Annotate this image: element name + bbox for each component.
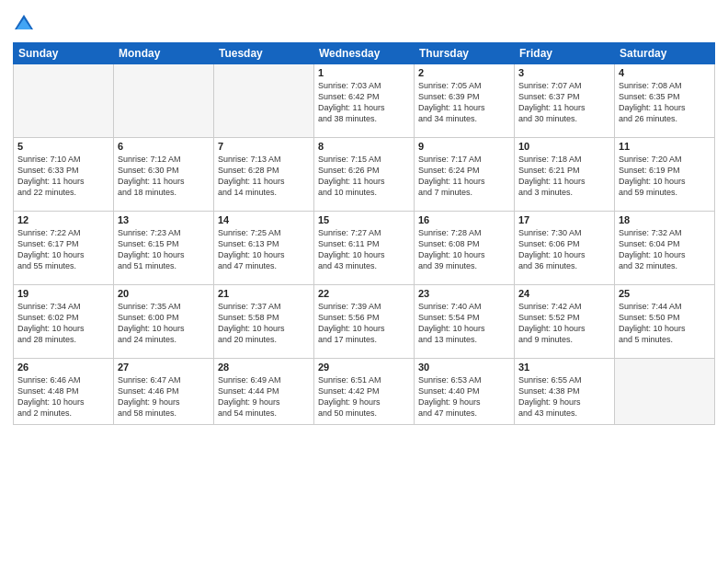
- day-info: Sunrise: 7:08 AM Sunset: 6:35 PM Dayligh…: [619, 80, 711, 125]
- calendar-week-row: 26Sunrise: 6:46 AM Sunset: 4:48 PM Dayli…: [14, 359, 715, 425]
- day-info: Sunrise: 7:07 AM Sunset: 6:37 PM Dayligh…: [518, 80, 610, 125]
- day-number: 18: [619, 214, 711, 225]
- calendar-cell: 9Sunrise: 7:17 AM Sunset: 6:24 PM Daylig…: [415, 138, 515, 212]
- day-info: Sunrise: 7:05 AM Sunset: 6:39 PM Dayligh…: [418, 80, 510, 125]
- calendar-cell: 30Sunrise: 6:53 AM Sunset: 4:40 PM Dayli…: [415, 359, 515, 425]
- day-number: 10: [518, 141, 610, 152]
- day-info: Sunrise: 7:22 AM Sunset: 6:17 PM Dayligh…: [17, 227, 109, 272]
- day-info: Sunrise: 7:18 AM Sunset: 6:21 PM Dayligh…: [518, 154, 610, 199]
- day-number: 8: [318, 141, 410, 152]
- calendar-cell: 2Sunrise: 7:05 AM Sunset: 6:39 PM Daylig…: [415, 64, 515, 138]
- page: SundayMondayTuesdayWednesdayThursdayFrid…: [0, 0, 728, 563]
- day-info: Sunrise: 7:28 AM Sunset: 6:08 PM Dayligh…: [418, 227, 510, 272]
- day-number: 1: [318, 67, 410, 78]
- weekday-header: Saturday: [615, 43, 715, 64]
- day-number: 14: [218, 214, 310, 225]
- day-number: 27: [118, 362, 210, 373]
- calendar: SundayMondayTuesdayWednesdayThursdayFrid…: [13, 42, 715, 425]
- weekday-header: Sunday: [14, 43, 114, 64]
- logo: [13, 13, 39, 35]
- day-info: Sunrise: 7:37 AM Sunset: 5:58 PM Dayligh…: [218, 301, 310, 346]
- calendar-cell: 22Sunrise: 7:39 AM Sunset: 5:56 PM Dayli…: [314, 285, 415, 359]
- day-info: Sunrise: 6:46 AM Sunset: 4:48 PM Dayligh…: [17, 374, 109, 419]
- day-number: 5: [17, 141, 109, 152]
- day-info: Sunrise: 7:30 AM Sunset: 6:06 PM Dayligh…: [518, 227, 610, 272]
- calendar-cell: 18Sunrise: 7:32 AM Sunset: 6:04 PM Dayli…: [615, 212, 715, 285]
- weekday-header: Monday: [114, 43, 214, 64]
- calendar-week-row: 5Sunrise: 7:10 AM Sunset: 6:33 PM Daylig…: [14, 138, 715, 212]
- calendar-cell: 3Sunrise: 7:07 AM Sunset: 6:37 PM Daylig…: [515, 64, 615, 138]
- calendar-cell: 8Sunrise: 7:15 AM Sunset: 6:26 PM Daylig…: [314, 138, 415, 212]
- calendar-week-row: 12Sunrise: 7:22 AM Sunset: 6:17 PM Dayli…: [14, 212, 715, 285]
- calendar-cell: 16Sunrise: 7:28 AM Sunset: 6:08 PM Dayli…: [415, 212, 515, 285]
- day-info: Sunrise: 6:51 AM Sunset: 4:42 PM Dayligh…: [318, 374, 410, 419]
- calendar-week-row: 1Sunrise: 7:03 AM Sunset: 6:42 PM Daylig…: [14, 64, 715, 138]
- day-number: 22: [318, 288, 410, 299]
- day-info: Sunrise: 6:47 AM Sunset: 4:46 PM Dayligh…: [118, 374, 210, 419]
- day-info: Sunrise: 7:34 AM Sunset: 6:02 PM Dayligh…: [17, 301, 109, 346]
- day-number: 16: [418, 214, 510, 225]
- day-number: 13: [118, 214, 210, 225]
- calendar-cell: [615, 359, 715, 425]
- day-info: Sunrise: 7:20 AM Sunset: 6:19 PM Dayligh…: [619, 154, 711, 199]
- day-info: Sunrise: 7:25 AM Sunset: 6:13 PM Dayligh…: [218, 227, 310, 272]
- logo-icon: [13, 13, 35, 35]
- day-number: 23: [418, 288, 510, 299]
- calendar-cell: 15Sunrise: 7:27 AM Sunset: 6:11 PM Dayli…: [314, 212, 415, 285]
- calendar-cell: 14Sunrise: 7:25 AM Sunset: 6:13 PM Dayli…: [214, 212, 314, 285]
- day-number: 19: [17, 288, 109, 299]
- calendar-cell: 25Sunrise: 7:44 AM Sunset: 5:50 PM Dayli…: [615, 285, 715, 359]
- day-number: 24: [518, 288, 610, 299]
- weekday-header: Tuesday: [214, 43, 314, 64]
- day-number: 3: [518, 67, 610, 78]
- day-number: 17: [518, 214, 610, 225]
- day-info: Sunrise: 7:03 AM Sunset: 6:42 PM Dayligh…: [318, 80, 410, 125]
- calendar-cell: [114, 64, 214, 138]
- calendar-cell: [214, 64, 314, 138]
- day-number: 7: [218, 141, 310, 152]
- day-info: Sunrise: 7:12 AM Sunset: 6:30 PM Dayligh…: [118, 154, 210, 199]
- calendar-cell: 1Sunrise: 7:03 AM Sunset: 6:42 PM Daylig…: [314, 64, 415, 138]
- day-number: 6: [118, 141, 210, 152]
- calendar-cell: 31Sunrise: 6:55 AM Sunset: 4:38 PM Dayli…: [515, 359, 615, 425]
- day-info: Sunrise: 7:40 AM Sunset: 5:54 PM Dayligh…: [418, 301, 510, 346]
- day-number: 20: [118, 288, 210, 299]
- calendar-cell: 29Sunrise: 6:51 AM Sunset: 4:42 PM Dayli…: [314, 359, 415, 425]
- day-info: Sunrise: 7:39 AM Sunset: 5:56 PM Dayligh…: [318, 301, 410, 346]
- calendar-cell: 23Sunrise: 7:40 AM Sunset: 5:54 PM Dayli…: [415, 285, 515, 359]
- day-info: Sunrise: 7:27 AM Sunset: 6:11 PM Dayligh…: [318, 227, 410, 272]
- day-number: 11: [619, 141, 711, 152]
- calendar-week-row: 19Sunrise: 7:34 AM Sunset: 6:02 PM Dayli…: [14, 285, 715, 359]
- calendar-cell: 26Sunrise: 6:46 AM Sunset: 4:48 PM Dayli…: [14, 359, 114, 425]
- day-number: 21: [218, 288, 310, 299]
- weekday-header: Wednesday: [314, 43, 415, 64]
- calendar-cell: 5Sunrise: 7:10 AM Sunset: 6:33 PM Daylig…: [14, 138, 114, 212]
- day-number: 30: [418, 362, 510, 373]
- weekday-header-row: SundayMondayTuesdayWednesdayThursdayFrid…: [14, 43, 715, 64]
- day-info: Sunrise: 7:10 AM Sunset: 6:33 PM Dayligh…: [17, 154, 109, 199]
- weekday-header: Thursday: [415, 43, 515, 64]
- calendar-cell: 21Sunrise: 7:37 AM Sunset: 5:58 PM Dayli…: [214, 285, 314, 359]
- calendar-cell: 24Sunrise: 7:42 AM Sunset: 5:52 PM Dayli…: [515, 285, 615, 359]
- calendar-cell: 4Sunrise: 7:08 AM Sunset: 6:35 PM Daylig…: [615, 64, 715, 138]
- day-number: 9: [418, 141, 510, 152]
- day-info: Sunrise: 7:35 AM Sunset: 6:00 PM Dayligh…: [118, 301, 210, 346]
- calendar-cell: 28Sunrise: 6:49 AM Sunset: 4:44 PM Dayli…: [214, 359, 314, 425]
- calendar-cell: 27Sunrise: 6:47 AM Sunset: 4:46 PM Dayli…: [114, 359, 214, 425]
- calendar-cell: 20Sunrise: 7:35 AM Sunset: 6:00 PM Dayli…: [114, 285, 214, 359]
- calendar-cell: 10Sunrise: 7:18 AM Sunset: 6:21 PM Dayli…: [515, 138, 615, 212]
- calendar-cell: 17Sunrise: 7:30 AM Sunset: 6:06 PM Dayli…: [515, 212, 615, 285]
- day-number: 15: [318, 214, 410, 225]
- day-number: 31: [518, 362, 610, 373]
- day-info: Sunrise: 6:55 AM Sunset: 4:38 PM Dayligh…: [518, 374, 610, 419]
- day-info: Sunrise: 7:32 AM Sunset: 6:04 PM Dayligh…: [619, 227, 711, 272]
- calendar-cell: [14, 64, 114, 138]
- calendar-cell: 13Sunrise: 7:23 AM Sunset: 6:15 PM Dayli…: [114, 212, 214, 285]
- day-number: 4: [619, 67, 711, 78]
- day-info: Sunrise: 7:17 AM Sunset: 6:24 PM Dayligh…: [418, 154, 510, 199]
- calendar-cell: 6Sunrise: 7:12 AM Sunset: 6:30 PM Daylig…: [114, 138, 214, 212]
- day-info: Sunrise: 7:23 AM Sunset: 6:15 PM Dayligh…: [118, 227, 210, 272]
- calendar-cell: 7Sunrise: 7:13 AM Sunset: 6:28 PM Daylig…: [214, 138, 314, 212]
- day-number: 2: [418, 67, 510, 78]
- calendar-cell: 19Sunrise: 7:34 AM Sunset: 6:02 PM Dayli…: [14, 285, 114, 359]
